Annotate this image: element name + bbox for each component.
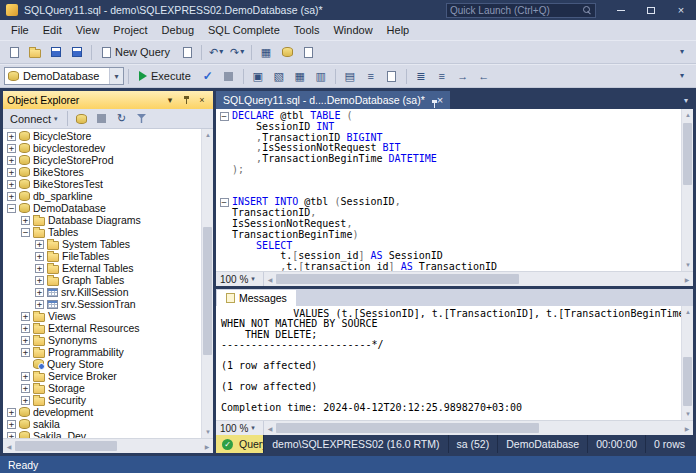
new-query-button[interactable]: New Query [96,42,176,62]
results-to-text-button[interactable]: ≡ [361,66,381,86]
menu-tools[interactable]: Tools [287,20,327,40]
tree-item-bicyclestoredev[interactable]: +bicyclestoredev [3,142,201,154]
results-to-file-button[interactable] [382,66,402,86]
stop-button[interactable] [93,110,111,128]
editor-zoom-control[interactable]: 100 % ▾ [216,272,264,286]
menu-window[interactable]: Window [326,20,379,40]
expand-icon[interactable]: + [7,132,16,141]
registered-servers-button[interactable] [277,42,297,62]
tree-item-system-tables[interactable]: +System Tables [3,238,201,250]
execute-button[interactable]: Execute [133,66,197,86]
quick-launch-input[interactable] [450,5,583,16]
tree-item-demodatabase[interactable]: −DemoDatabase [3,202,201,214]
tree-item-bikestores[interactable]: +BikeStores [3,166,201,178]
scroll-left-icon[interactable]: ◀ [3,439,15,453]
scroll-left-icon[interactable]: ◀ [264,421,276,435]
scroll-up-icon[interactable]: ▲ [202,129,214,141]
menu-project[interactable]: Project [106,20,154,40]
menu-help[interactable]: Help [380,20,417,40]
include-actual-plan-button[interactable]: ▦ [290,66,310,86]
close-panel-button[interactable]: × [195,95,209,105]
tree-item-query-store[interactable]: Query Store [3,358,201,370]
tree-item-srv-sessiontran[interactable]: +srv.SessionTran [3,298,201,310]
document-tab[interactable]: SQLQuery11.sql - d....DemoDatabase (sa)*… [216,91,450,109]
toolbar-overflow-button[interactable]: ▾ [672,66,692,86]
messages-zoom-control[interactable]: 100 % ▾ [216,421,264,435]
tab-close-button[interactable]: × [437,94,443,106]
object-explorer-tree[interactable]: +BicycleStore+bicyclestoredev+BicycleSto… [3,129,201,438]
editor-horizontal-scrollbar[interactable]: 100 % ▾ ◀ ▶ [216,271,693,286]
maximize-button[interactable] [636,0,666,20]
expand-icon[interactable]: + [7,420,16,429]
expand-icon[interactable]: + [21,312,30,321]
expand-icon[interactable]: + [21,384,30,393]
open-file-button[interactable] [25,42,45,62]
tree-item-programmability[interactable]: +Programmability [3,346,201,358]
uncomment-button[interactable]: ≡ [432,66,452,86]
tree-item-external-tables[interactable]: +External Tables [3,262,201,274]
intellisense-button[interactable]: ▣ [248,66,268,86]
save-all-button[interactable] [67,42,87,62]
expand-icon[interactable]: + [21,324,30,333]
disconnect-button[interactable] [73,110,91,128]
window-position-icon[interactable]: ▾ [163,95,177,105]
expand-icon[interactable]: + [21,336,30,345]
scroll-track[interactable] [682,121,693,259]
scroll-up-icon[interactable]: ▲ [682,109,694,121]
minimize-button[interactable] [606,0,636,20]
template-explorer-button[interactable] [298,42,318,62]
scroll-down-icon[interactable]: ▼ [682,259,694,271]
pin-button[interactable] [179,96,193,105]
tree-item-development[interactable]: +development [3,406,201,418]
tree-item-bicyclestore[interactable]: +BicycleStore [3,130,201,142]
menu-view[interactable]: View [69,20,107,40]
tree-item-service-broker[interactable]: +Service Broker [3,370,201,382]
menu-sql-complete[interactable]: SQL Complete [201,20,287,40]
fold-collapse-icon[interactable]: − [220,198,229,207]
tree-item-db-sparkline[interactable]: +db_sparkline [3,190,201,202]
scroll-thumb[interactable] [683,123,692,185]
expand-icon[interactable]: + [7,180,16,189]
expand-icon[interactable]: + [35,300,44,309]
new-file-button[interactable] [4,42,24,62]
expand-icon[interactable]: + [7,192,16,201]
tree-item-synonyms[interactable]: +Synonyms [3,334,201,346]
expand-icon[interactable]: + [21,348,30,357]
expand-icon[interactable]: + [21,216,30,225]
filter-button[interactable] [133,110,151,128]
parse-button[interactable]: ✓ [198,66,218,86]
fold-collapse-icon[interactable]: − [220,112,229,121]
object-explorer-vertical-scrollbar[interactable]: ▲ ▼ [201,129,213,438]
tree-item-graph-tables[interactable]: +Graph Tables [3,274,201,286]
scroll-right-icon[interactable]: ▶ [681,272,693,286]
scroll-thumb[interactable] [15,441,117,451]
display-estimated-plan-button[interactable]: ▧ [269,66,289,86]
menu-edit[interactable]: Edit [36,20,69,40]
scroll-track[interactable] [276,421,681,435]
tree-item-srv-killsession[interactable]: +srv.KillSession [3,286,201,298]
scroll-track[interactable] [682,318,693,408]
scroll-track[interactable] [15,439,201,453]
menu-debug[interactable]: Debug [155,20,201,40]
comment-button[interactable]: ≣ [411,66,431,86]
menu-file[interactable]: File [4,20,36,40]
tree-item-bikestorestest[interactable]: +BikeStoresTest [3,178,201,190]
undo-button[interactable]: ↶▾ [206,42,226,62]
scroll-thumb[interactable] [203,227,212,355]
tree-item-external-resources[interactable]: +External Resources [3,322,201,334]
include-client-statistics-button[interactable]: ▥ [311,66,331,86]
expand-icon[interactable]: + [35,264,44,273]
expand-icon[interactable]: + [7,144,16,153]
collapse-icon[interactable]: − [21,228,30,237]
save-button[interactable] [46,42,66,62]
connect-dropdown[interactable]: Connect ▾ [6,110,62,128]
expand-icon[interactable]: + [7,156,16,165]
tree-item-database-diagrams[interactable]: +Database Diagrams [3,214,201,226]
editor-vertical-scrollbar[interactable]: ▲ ▼ [681,109,693,271]
tree-item-views[interactable]: +Views [3,310,201,322]
scroll-thumb[interactable] [683,357,692,407]
tree-item-sakila[interactable]: +sakila [3,418,201,430]
scroll-track[interactable] [276,272,681,286]
cancel-query-button[interactable] [219,66,239,86]
tree-item-security[interactable]: +Security [3,394,201,406]
